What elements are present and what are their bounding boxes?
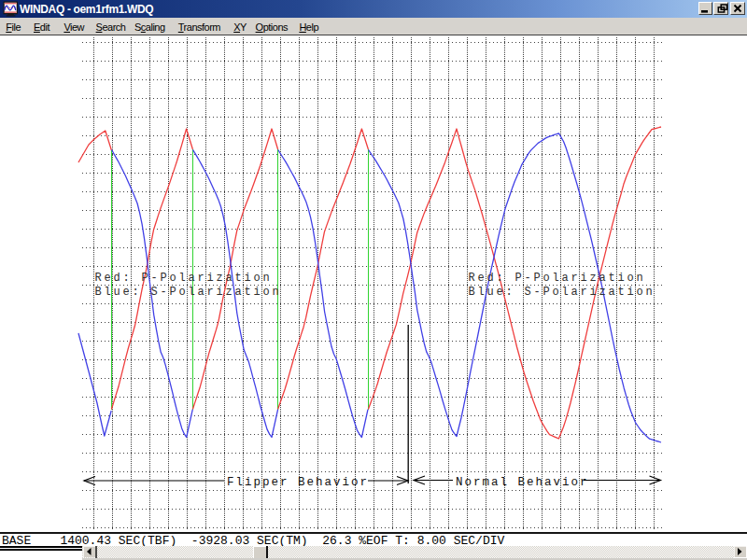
- svg-text:Flipper Behavior: Flipper Behavior: [227, 476, 369, 489]
- svg-text:Normal Behavior: Normal Behavior: [456, 476, 589, 489]
- svg-text:Blue: S-Polarization: Blue: S-Polarization: [95, 286, 282, 299]
- svg-text:Red: P-Polarization: Red: P-Polarization: [469, 272, 646, 285]
- svg-text:Red: P-Polarization: Red: P-Polarization: [95, 272, 273, 285]
- svg-text:Blue: S-Polarization: Blue: S-Polarization: [469, 286, 655, 299]
